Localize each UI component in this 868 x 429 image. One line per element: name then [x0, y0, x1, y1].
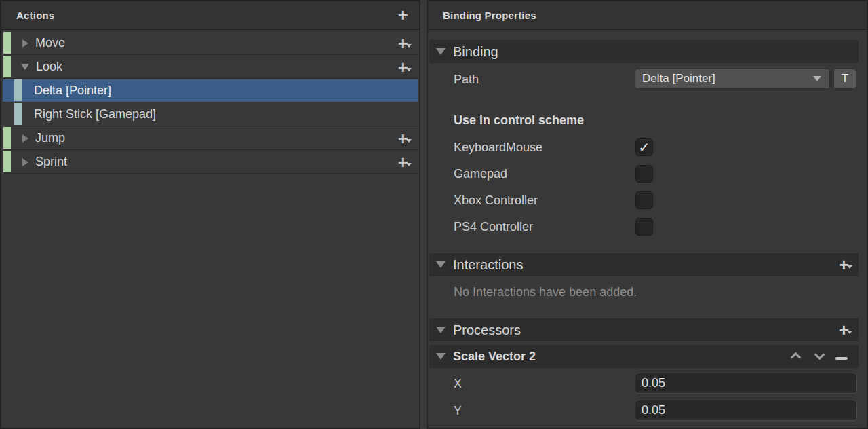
scheme-label-ps4-controller: PS4 Controller: [454, 220, 533, 234]
action-label: Jump: [35, 131, 65, 145]
foldout-expanded-icon[interactable]: [436, 327, 446, 333]
add-binding-button[interactable]: +: [398, 132, 418, 145]
checkbox-gamepad[interactable]: [635, 165, 653, 183]
section-processors-header[interactable]: Processors +: [429, 318, 859, 341]
param-x-label: X: [454, 377, 462, 391]
foldout-collapsed-icon[interactable]: [22, 134, 28, 143]
action-stripe: [3, 32, 11, 54]
dropdown-caret-icon: [406, 44, 412, 48]
foldout-collapsed-icon[interactable]: [22, 39, 28, 48]
action-label: Sprint: [35, 155, 67, 169]
scheme-label-keyboardmouse: KeyboardMouse: [454, 141, 542, 155]
text-mode-button[interactable]: T: [833, 69, 856, 89]
binding-label: Right Stick [Gamepad]: [34, 107, 156, 122]
tree-row-jump[interactable]: Jump +: [3, 127, 418, 150]
foldout-expanded-icon[interactable]: [436, 353, 446, 360]
binding-label: Delta [Pointer]: [34, 83, 111, 98]
remove-processor-button[interactable]: [835, 350, 848, 362]
plus-icon: +: [839, 323, 849, 337]
actions-header: Actions +: [1, 1, 419, 30]
section-binding-title: Binding: [453, 44, 498, 60]
tree-row-move[interactable]: Move +: [3, 32, 418, 55]
processor-scale-vector2-title: Scale Vector 2: [453, 350, 536, 364]
foldout-collapsed-icon[interactable]: [22, 158, 28, 166]
actions-panel: Actions + Move + Look + Delta [Pointer] …: [0, 0, 420, 429]
move-up-button[interactable]: [793, 350, 801, 362]
tree-row-sprint[interactable]: Sprint +: [3, 151, 418, 174]
processor-scale-vector2-header[interactable]: Scale Vector 2: [429, 345, 859, 368]
foldout-expanded-icon[interactable]: [436, 261, 446, 268]
tree-row-delta-pointer[interactable]: Delta [Pointer]: [3, 79, 418, 102]
move-down-button[interactable]: [814, 350, 822, 362]
add-processor-button[interactable]: +: [839, 323, 859, 337]
dropdown-caret-icon: [813, 76, 821, 81]
action-label: Move: [35, 36, 65, 50]
plus-icon: +: [398, 155, 408, 169]
binding-properties-panel: Binding Properties Binding Path Delta [P…: [427, 0, 868, 429]
dropdown-caret-icon: [847, 265, 852, 269]
t-button-label: T: [842, 72, 848, 86]
checkbox-xbox-controller[interactable]: [635, 191, 653, 209]
add-interaction-button[interactable]: +: [839, 258, 859, 272]
checkbox-keyboardmouse[interactable]: ✓: [635, 138, 653, 156]
section-processors-title: Processors: [453, 322, 521, 338]
add-binding-button[interactable]: +: [398, 37, 418, 50]
chevron-up-icon: [791, 352, 802, 363]
check-icon: ✓: [639, 141, 650, 154]
action-stripe: [3, 56, 11, 77]
param-x-input[interactable]: [635, 373, 857, 394]
action-stripe: [3, 127, 11, 149]
binding-stripe: [14, 79, 22, 101]
chevron-down-icon: [814, 350, 825, 360]
foldout-expanded-icon[interactable]: [21, 64, 29, 70]
binding-properties-header: Binding Properties: [428, 1, 867, 30]
interactions-empty-message: No Interactions have been added.: [454, 285, 637, 299]
add-action-button[interactable]: +: [398, 8, 419, 22]
action-stripe: [3, 151, 11, 172]
scheme-label-xbox-controller: Xbox Controller: [454, 193, 538, 208]
plus-icon: +: [398, 37, 408, 50]
path-label: Path: [454, 73, 479, 87]
add-binding-button[interactable]: +: [398, 60, 418, 74]
foldout-expanded-icon[interactable]: [436, 48, 446, 55]
param-y-input[interactable]: [635, 400, 857, 421]
plus-icon: +: [839, 258, 849, 272]
tree-row-look[interactable]: Look +: [3, 56, 418, 79]
scheme-label-gamepad: Gamepad: [454, 167, 507, 181]
control-scheme-heading: Use in control scheme: [454, 113, 584, 128]
section-interactions-header[interactable]: Interactions +: [429, 253, 859, 276]
plus-icon: +: [398, 8, 408, 22]
minus-icon: [835, 357, 848, 360]
plus-icon: +: [398, 60, 408, 74]
dropdown-caret-icon: [847, 331, 852, 334]
dropdown-caret-icon: [406, 139, 412, 143]
section-binding-header[interactable]: Binding: [429, 40, 859, 63]
plus-icon: +: [398, 132, 408, 145]
actions-title: Actions: [1, 10, 54, 21]
section-divider: [429, 425, 859, 426]
binding-stripe: [14, 103, 22, 125]
path-dropdown[interactable]: Delta [Pointer]: [635, 69, 830, 89]
tree-row-right-stick[interactable]: Right Stick [Gamepad]: [3, 103, 418, 126]
processor-controls: [793, 350, 859, 362]
checkbox-ps4-controller[interactable]: [635, 218, 653, 236]
dropdown-caret-icon: [406, 163, 412, 166]
path-dropdown-value: Delta [Pointer]: [635, 72, 715, 86]
section-interactions-title: Interactions: [453, 257, 523, 273]
param-y-label: Y: [454, 404, 462, 418]
action-label: Look: [36, 60, 62, 74]
dropdown-caret-icon: [406, 68, 412, 71]
add-binding-button[interactable]: +: [398, 155, 418, 169]
binding-properties-title: Binding Properties: [428, 10, 536, 21]
